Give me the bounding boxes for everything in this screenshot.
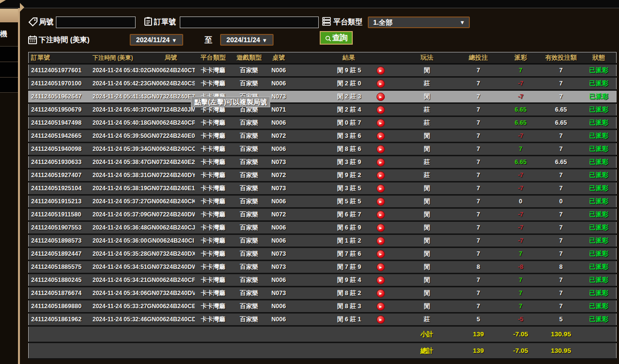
cell-game_no[interactable]: GN07324B240E1 — [147, 182, 195, 195]
sidebar-item[interactable] — [0, 62, 18, 77]
table-row[interactable]: 2411240518985732024-11-24 05:36:00GN0062… — [29, 234, 617, 248]
cell-game_no[interactable]: GN07324B240E2 — [147, 156, 195, 169]
date-from-picker[interactable]: 2024/11/24▼ — [130, 34, 183, 46]
cell-status: 已派彩 — [582, 156, 617, 169]
play-video-icon[interactable]: ▶ — [377, 263, 385, 271]
table-row[interactable]: 2411240519306332024-11-24 05:38:47GN0732… — [29, 156, 617, 169]
cell-game_no[interactable]: GN00624B240CD — [147, 313, 195, 326]
cell-game_no[interactable]: GN00624B240CT — [147, 64, 195, 77]
table-row[interactable]: 2411240518924472024-11-24 05:35:28GN0732… — [29, 248, 617, 261]
order-no-input[interactable] — [180, 17, 319, 28]
table-row[interactable]: 2411240519251042024-11-24 05:38:19GN0732… — [29, 182, 617, 195]
sidebar-item-selected[interactable] — [0, 9, 18, 22]
play-video-icon[interactable]: ▶ — [377, 119, 385, 127]
cell-status: 已派彩 — [582, 208, 617, 221]
play-video-icon[interactable]: ▶ — [377, 145, 385, 153]
play-video-icon[interactable]: ▶ — [377, 132, 385, 140]
empty-cell — [582, 343, 617, 359]
cell-game_no[interactable]: GN00624B240CF — [147, 274, 195, 287]
play-video-icon[interactable]: ▶ — [377, 237, 385, 245]
sidebar-item[interactable] — [0, 77, 18, 93]
cell-bet_time: 2024-11-24 05:36:48 — [90, 221, 147, 234]
cell-game_no[interactable]: GN00624B240CP — [147, 116, 195, 130]
cell-game_no[interactable]: GN00624B240CE — [147, 300, 195, 313]
table-row[interactable]: 2411240519506792024-11-24 05:40:37GN0712… — [29, 103, 617, 116]
table-row[interactable]: 2411240519152132024-11-24 05:37:27GN0062… — [29, 195, 617, 208]
cell-result: 閒 8 莊 6 — [291, 143, 364, 156]
cell-game_no[interactable]: GN00624B240CS — [147, 77, 195, 90]
cell-platform: 卡卡灣廳 — [195, 208, 232, 221]
play-video-icon[interactable]: ▶ — [377, 250, 385, 258]
play-video-icon[interactable]: ▶ — [377, 184, 385, 193]
table-row[interactable]: 2411240519776012024-11-24 05:43:02GN0062… — [29, 64, 617, 77]
play-video-icon[interactable]: ▶ — [377, 66, 385, 75]
cell-order_no: 241124051927407 — [29, 169, 90, 182]
cell-game_no[interactable]: GN07324B240DX — [147, 248, 195, 261]
cell-game_no[interactable]: GN00624B240CI — [147, 234, 195, 248]
cell-order_no: 241124051950679 — [29, 103, 90, 116]
cell-platform: 卡卡灣廳 — [195, 64, 232, 77]
cell-total_bet: 7 — [456, 300, 501, 313]
platform-type-select[interactable]: 1.全部 ▼ — [368, 17, 470, 28]
cell-game_type: 百家樂 — [232, 130, 267, 143]
table-body: 2411240519776012024-11-24 05:43:02GN0062… — [29, 64, 617, 359]
play-video-icon[interactable]: ▶ — [377, 315, 385, 324]
cell-game_type: 百家樂 — [232, 208, 267, 221]
table-row[interactable]: 2411240519426652024-11-24 05:39:50GN0722… — [29, 130, 617, 143]
play-video-icon[interactable]: ▶ — [377, 93, 385, 101]
date-to-picker[interactable]: 2024/11/24▼ — [220, 34, 274, 46]
play-video-icon[interactable]: ▶ — [377, 289, 385, 298]
play-video-icon[interactable]: ▶ — [377, 171, 385, 180]
table-row[interactable]: 2411240519626472024-11-24 05:41:43GN0732… — [29, 90, 617, 103]
table-row[interactable]: 2411240518619622024-11-24 05:32:46GN0062… — [29, 313, 617, 326]
cell-status: 已派彩 — [582, 116, 617, 130]
table-row[interactable]: 2411240518766742024-11-24 05:34:06GN0732… — [29, 287, 617, 300]
play-video-icon[interactable]: ▶ — [377, 276, 385, 284]
play-video-icon[interactable]: ▶ — [377, 158, 385, 166]
cell-replay: ▶ — [364, 90, 398, 103]
date-from-value: 2024/11/24 — [136, 36, 170, 44]
cell-game_no[interactable]: GN07224B240DY — [147, 169, 195, 182]
table-row[interactable]: 2411240519274072024-11-24 05:38:31GN0722… — [29, 169, 617, 182]
cell-order_no: 241124051907553 — [29, 221, 90, 234]
cell-game_type: 百家樂 — [232, 195, 267, 208]
sidebar-item-slot-machine[interactable]: 機 — [0, 23, 18, 45]
search-button[interactable]: 查詢 — [320, 31, 353, 45]
cell-game_no[interactable]: GN07324B240DV — [147, 287, 195, 300]
table-row[interactable]: 2411240519701002024-11-24 05:42:23GN0062… — [29, 77, 617, 90]
cell-total_bet: 7 — [456, 287, 501, 300]
cell-game_no[interactable]: GN07224B240E0 — [147, 130, 195, 143]
cell-table_no: N006 — [267, 64, 291, 77]
play-video-icon[interactable]: ▶ — [377, 198, 385, 206]
cell-order_no: 241124051885575 — [29, 261, 90, 274]
table-row[interactable]: 2411240519115802024-11-24 05:37:09GN0722… — [29, 208, 617, 221]
cell-game_no[interactable]: GN00624B240CJ — [147, 221, 195, 234]
cell-game_no[interactable]: GN00624B240CK — [147, 195, 195, 208]
cell-platform: 卡卡灣廳 — [195, 274, 232, 287]
cell-game_type: 百家樂 — [232, 261, 267, 274]
table-row[interactable]: 2411240518855752024-11-24 05:34:51GN0732… — [29, 261, 617, 274]
play-video-icon[interactable]: ▶ — [377, 106, 385, 114]
play-video-icon[interactable]: ▶ — [377, 302, 385, 311]
cell-game_no[interactable]: GN07124B240JM — [147, 103, 195, 116]
cell-replay: ▶ — [364, 182, 398, 195]
play-video-icon[interactable]: ▶ — [377, 224, 385, 232]
table-row[interactable]: 2411240518698802024-11-24 05:33:27GN0062… — [29, 300, 617, 313]
play-video-icon[interactable]: ▶ — [377, 211, 385, 219]
cell-game_no[interactable]: GN07224B240DW — [147, 208, 195, 221]
table-row[interactable]: 2411240519474982024-11-24 05:40:18GN0062… — [29, 116, 617, 130]
cell-valid_bet: 8 — [541, 261, 582, 274]
column-header: 下注時間 (美東) — [90, 52, 147, 64]
table-row[interactable]: 2411240519400982024-11-24 05:39:34GN0062… — [29, 143, 617, 156]
cell-table_no: N006 — [267, 234, 291, 248]
sidebar-item[interactable] — [0, 46, 18, 61]
table-row[interactable]: 2411240519075532024-11-24 05:36:48GN0062… — [29, 221, 617, 234]
cell-game_type: 百家樂 — [232, 182, 267, 195]
cell-payout: 7 — [501, 143, 541, 156]
game-no-input[interactable] — [56, 17, 136, 28]
play-video-icon[interactable]: ▶ — [377, 80, 385, 88]
cell-game_no[interactable]: GN07324B240E7 — [147, 90, 195, 103]
cell-game_no[interactable]: GN00624B240CO — [147, 143, 195, 156]
table-row[interactable]: 2411240518802452024-11-24 05:34:21GN0062… — [29, 274, 617, 287]
cell-game_no[interactable]: GN07324B240DW — [147, 261, 195, 274]
